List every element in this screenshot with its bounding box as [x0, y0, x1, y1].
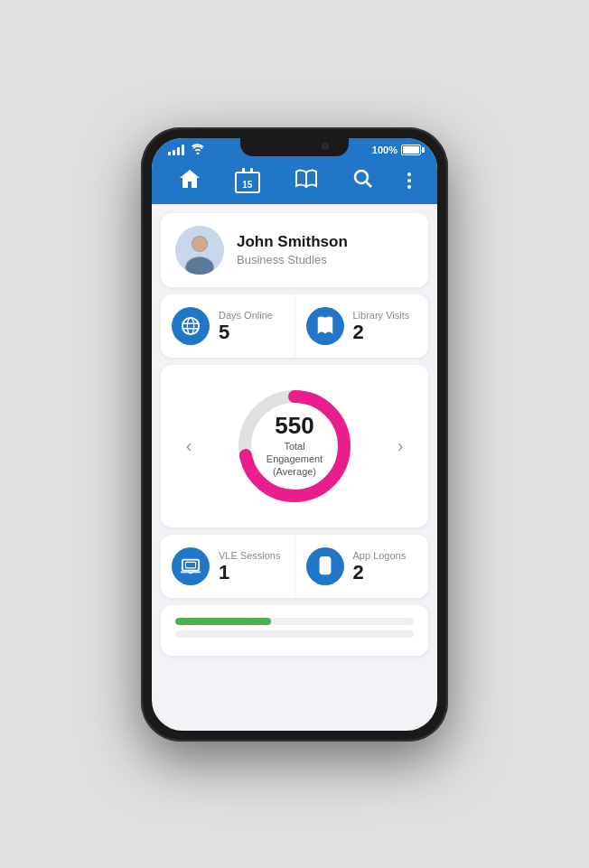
app-logons-stat: App Logons 2 — [295, 535, 429, 598]
app-logons-text: App Logons 2 — [353, 550, 407, 583]
vle-text: VLE Sessions 1 — [219, 550, 280, 583]
vle-label: VLE Sessions — [219, 550, 280, 561]
progress-card — [161, 605, 428, 656]
front-camera — [322, 143, 329, 150]
days-online-stat: Days Online 5 — [161, 294, 295, 358]
bottom-stats-row: VLE Sessions 1 App Logons 2 — [161, 535, 428, 598]
nav-home[interactable] — [178, 168, 201, 192]
profile-name: John Smithson — [237, 233, 348, 251]
phone-screen: 100% — [152, 138, 437, 731]
battery-icon — [401, 145, 421, 155]
engagement-label: Total Engagement (Average) — [263, 440, 326, 479]
book-icon-circle — [306, 307, 344, 345]
donut-center: 550 Total Engagement (Average) — [263, 414, 326, 479]
battery-percent: 100% — [372, 145, 397, 155]
battery-fill — [403, 146, 419, 154]
calendar-day: 15 — [242, 180, 252, 190]
donut-chart: 550 Total Engagement (Average) — [231, 383, 358, 509]
nav-search[interactable] — [352, 168, 374, 192]
profile-info: John Smithson Business Studies — [237, 233, 348, 266]
phone-frame: 100% — [141, 127, 448, 742]
green-progress-container — [175, 618, 414, 625]
days-online-label: Days Online — [219, 310, 273, 321]
library-visits-stat: Library Visits 2 — [295, 294, 429, 358]
more-icon — [407, 173, 411, 189]
profile-subject: Business Studies — [237, 253, 348, 266]
vle-value: 1 — [219, 563, 280, 583]
app-logons-label: App Logons — [353, 550, 407, 561]
laptop-icon-circle — [172, 547, 210, 585]
svg-rect-16 — [186, 562, 196, 567]
globe-icon — [181, 316, 201, 336]
svg-rect-15 — [182, 559, 199, 570]
library-visits-text: Library Visits 2 — [353, 310, 410, 342]
days-online-text: Days Online 5 — [219, 310, 273, 342]
svg-point-6 — [192, 237, 207, 251]
calendar-icon: 15 — [235, 168, 260, 193]
calendar-body: 15 — [235, 172, 260, 193]
svg-point-9 — [187, 317, 193, 333]
prev-button[interactable]: ‹ — [175, 433, 202, 460]
main-content: John Smithson Business Studies — [152, 204, 437, 731]
engagement-value: 550 — [263, 414, 326, 437]
notch — [240, 138, 349, 156]
avatar — [175, 226, 224, 275]
green-progress-bar — [175, 618, 271, 625]
profile-card: John Smithson Business Studies — [161, 213, 428, 287]
status-left — [168, 144, 204, 157]
mobile-icon — [315, 556, 335, 576]
globe-icon-circle — [172, 307, 210, 345]
laptop-icon — [181, 556, 201, 576]
phone-icon-circle — [306, 547, 344, 585]
red-progress-container — [175, 630, 414, 638]
book-icon — [294, 169, 319, 191]
nav-calendar[interactable]: 15 — [235, 168, 260, 193]
engagement-card: ‹ 550 Total Engagement (Average) — [161, 365, 428, 527]
app-logons-value: 2 — [353, 563, 407, 583]
svg-point-8 — [182, 317, 199, 333]
nav-bar: 15 — [152, 161, 437, 204]
wifi-icon — [192, 144, 204, 157]
avatar-image — [175, 226, 224, 275]
library-icon — [315, 316, 335, 336]
nav-library[interactable] — [294, 169, 319, 191]
home-icon — [178, 168, 201, 192]
next-button[interactable]: › — [387, 433, 414, 460]
vle-sessions-stat: VLE Sessions 1 — [161, 535, 295, 598]
svg-point-1 — [355, 171, 368, 183]
signal-icon — [168, 145, 184, 155]
library-visits-value: 2 — [353, 322, 410, 342]
days-online-value: 5 — [219, 322, 273, 342]
svg-line-2 — [367, 182, 372, 188]
svg-point-18 — [324, 570, 326, 572]
status-right: 100% — [372, 145, 421, 155]
library-visits-label: Library Visits — [353, 310, 410, 321]
nav-more[interactable] — [407, 173, 411, 189]
stats-row: Days Online 5 Library Visits 2 — [161, 294, 428, 358]
search-icon — [352, 168, 374, 192]
